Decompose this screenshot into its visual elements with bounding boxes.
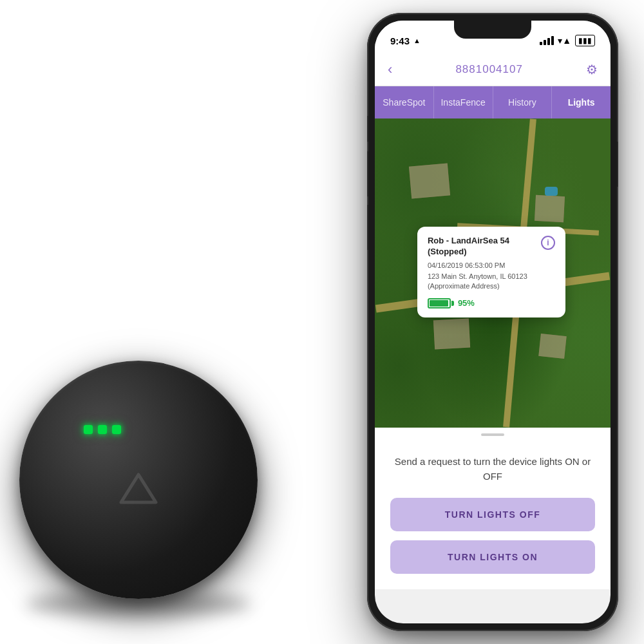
- battery-cap: [451, 301, 454, 306]
- tab-history-label: History: [508, 97, 536, 108]
- nav-bar: ‹ 8881004107 ⚙: [375, 53, 611, 86]
- back-button[interactable]: ‹: [388, 61, 392, 78]
- device-lights: [84, 425, 121, 434]
- lights-panel: Send a request to turn the device lights…: [375, 442, 611, 589]
- device-logo: [113, 464, 164, 515]
- battery-icon: [428, 298, 454, 308]
- info-icon-label: i: [547, 238, 549, 247]
- volume-up-button: [367, 151, 368, 196]
- address-line1: 123 Main St. Anytown, IL 60123: [428, 272, 527, 280]
- popup-header: Rob - LandAirSea 54 (Stopped) i: [428, 236, 555, 258]
- device-name-text: Rob - LandAirSea 54: [428, 236, 509, 245]
- tab-instafence[interactable]: InstaFence: [434, 86, 493, 118]
- status-icons: ▾▲ ▮▮▮: [540, 35, 595, 46]
- map-building-3: [433, 319, 469, 350]
- gps-device: [19, 361, 264, 605]
- location-popup[interactable]: Rob - LandAirSea 54 (Stopped) i 04/16/20…: [417, 227, 565, 317]
- address-line2: (Approximate Address): [428, 282, 500, 290]
- phone-frame-container: 9:43 ▲ ▾▲ ▮▮▮ ‹ 8881004107: [367, 13, 618, 631]
- battery-percentage: 95%: [458, 298, 475, 308]
- mute-button: [367, 116, 368, 142]
- wifi-icon: ▾▲: [558, 35, 571, 46]
- battery-fill: [430, 300, 448, 307]
- device-body: [19, 361, 258, 599]
- location-arrow-icon: ▲: [413, 37, 421, 44]
- popup-datetime: 04/16/2019 06:53:00 PM: [428, 261, 555, 269]
- popup-device-name: Rob - LandAirSea 54 (Stopped): [428, 236, 509, 258]
- nav-title: 8881004107: [455, 63, 523, 76]
- tab-lights[interactable]: Lights: [552, 86, 611, 118]
- phone-frame: 9:43 ▲ ▾▲ ▮▮▮ ‹ 8881004107: [367, 13, 618, 631]
- tab-history[interactable]: History: [493, 86, 553, 118]
- device-light-2: [98, 425, 107, 434]
- time-display: 9:43: [390, 35, 410, 46]
- tab-sharespot[interactable]: ShareSpot: [375, 86, 434, 118]
- power-button: [617, 142, 618, 187]
- popup-device-info: Rob - LandAirSea 54 (Stopped): [428, 236, 509, 258]
- device-light-3: [112, 425, 121, 434]
- phone-screen: 9:43 ▲ ▾▲ ▮▮▮ ‹ 8881004107: [375, 21, 611, 623]
- battery-body: [428, 298, 451, 308]
- tab-sharespot-label: ShareSpot: [383, 97, 425, 108]
- signal-bar-3: [547, 38, 550, 45]
- map-pool: [545, 187, 558, 196]
- popup-address: 123 Main St. Anytown, IL 60123 (Approxim…: [428, 272, 555, 292]
- lights-description: Send a request to turn the device lights…: [390, 455, 595, 484]
- map-building-1: [409, 163, 450, 198]
- volume-down-button: [367, 205, 368, 250]
- cellular-signal-icon: [540, 36, 554, 45]
- lights-description-text: Send a request to turn the device lights…: [395, 456, 591, 482]
- map-building-4: [538, 334, 566, 359]
- phone-notch: [454, 21, 531, 39]
- divider-handle: [375, 428, 611, 442]
- svg-marker-0: [121, 475, 156, 502]
- signal-bar-1: [540, 42, 542, 45]
- turn-lights-on-button[interactable]: TURN LIGHTS ON: [390, 540, 595, 574]
- popup-info-icon[interactable]: i: [541, 236, 555, 250]
- map-view[interactable]: Rob - LandAirSea 54 (Stopped) i 04/16/20…: [375, 118, 611, 428]
- divider-pill: [481, 433, 504, 436]
- turn-lights-off-button[interactable]: TURN LIGHTS OFF: [390, 498, 595, 531]
- device-light-1: [84, 425, 93, 434]
- signal-bar-4: [551, 36, 554, 45]
- settings-icon[interactable]: ⚙: [586, 62, 598, 77]
- tab-instafence-label: InstaFence: [440, 97, 485, 108]
- battery-status-icon: ▮▮▮: [575, 35, 595, 46]
- tab-bar: ShareSpot InstaFence History Lights: [375, 86, 611, 118]
- status-time: 9:43 ▲: [390, 35, 421, 46]
- signal-bar-2: [544, 40, 546, 45]
- tab-lights-label: Lights: [568, 97, 595, 108]
- map-building-2: [535, 195, 565, 222]
- popup-battery: 95%: [428, 298, 555, 308]
- device-status-text: (Stopped): [428, 247, 467, 256]
